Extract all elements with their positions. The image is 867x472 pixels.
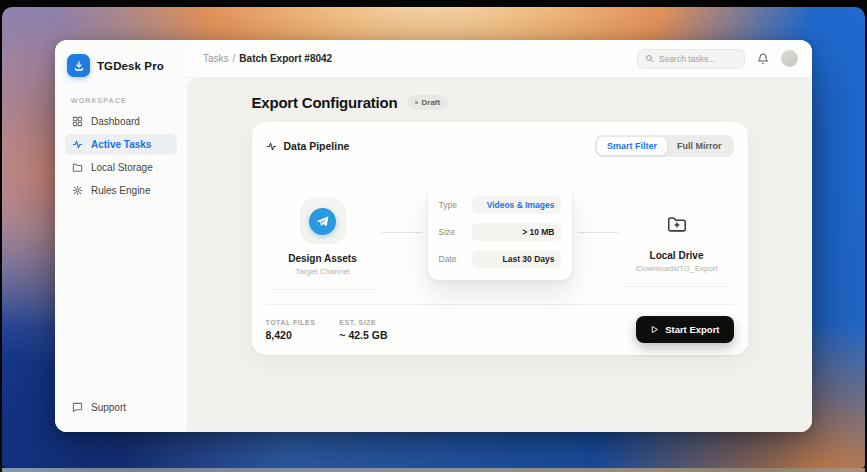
dashboard-icon bbox=[72, 116, 83, 127]
toggle-full-mirror[interactable]: Full Mirror bbox=[667, 137, 732, 155]
stat-value: 8,420 bbox=[266, 329, 316, 341]
source-node[interactable]: Design Assets Target Channel bbox=[270, 198, 376, 290]
filter-value[interactable]: > 10 MB bbox=[472, 223, 561, 241]
source-name: Design Assets bbox=[288, 253, 357, 264]
sidebar: TGDesk Pro WORKSPACE Dashboard Active Ta… bbox=[55, 40, 187, 432]
app-name: TGDesk Pro bbox=[97, 60, 164, 72]
sidebar-item-label: Rules Engine bbox=[91, 185, 150, 196]
content-column: Tasks / Batch Export #8042 bbox=[187, 40, 812, 432]
destination-name: Local Drive bbox=[650, 250, 704, 261]
sidebar-item-local-storage[interactable]: Local Storage bbox=[65, 157, 177, 178]
stat-est-size: EST. SIZE ~ 42.5 GB bbox=[339, 319, 387, 341]
filter-value[interactable]: Last 30 Days bbox=[472, 250, 561, 268]
filter-label: Type bbox=[439, 200, 472, 210]
folder-plus-icon bbox=[654, 201, 700, 247]
sidebar-item-rules-engine[interactable]: Rules Engine bbox=[65, 180, 177, 201]
sidebar-item-label: Active Tasks bbox=[91, 139, 151, 150]
breadcrumb-section[interactable]: Tasks bbox=[203, 53, 229, 64]
filter-row-size[interactable]: Size > 10 MB bbox=[439, 223, 561, 241]
divider bbox=[270, 289, 376, 290]
filter-value[interactable]: Videos & Images bbox=[472, 196, 561, 214]
main-panel: Export Configuration Draft bbox=[187, 78, 812, 432]
stat-value: ~ 42.5 GB bbox=[339, 329, 387, 341]
filter-card: Type Videos & Images Size > 10 MB Date L… bbox=[428, 184, 572, 280]
status-badge: Draft bbox=[407, 95, 449, 110]
play-icon bbox=[650, 325, 659, 334]
download-logo-icon bbox=[67, 54, 90, 77]
breadcrumb: Tasks / Batch Export #8042 bbox=[203, 53, 332, 64]
telegram-icon bbox=[309, 208, 336, 235]
sidebar-item-label: Local Storage bbox=[91, 162, 153, 173]
message-square-icon bbox=[72, 402, 83, 413]
search-input[interactable] bbox=[659, 54, 737, 64]
stat-total-files: TOTAL FILES 8,420 bbox=[266, 319, 316, 341]
desktop: TGDesk Pro WORKSPACE Dashboard Active Ta… bbox=[0, 0, 867, 472]
filter-label: Size bbox=[439, 227, 472, 237]
data-pipeline-card: Data Pipeline Smart Filter Full Mirror bbox=[252, 122, 748, 355]
topbar: Tasks / Batch Export #8042 bbox=[187, 40, 812, 78]
search-icon bbox=[645, 54, 654, 63]
sidebar-item-dashboard[interactable]: Dashboard bbox=[65, 111, 177, 132]
desktop-edge bbox=[2, 468, 865, 472]
breadcrumb-current: Batch Export #8042 bbox=[239, 53, 332, 64]
filter-label: Date bbox=[439, 254, 472, 264]
destination-node[interactable]: Local Drive /Downloads/TG_Export bbox=[624, 201, 730, 287]
topbar-actions bbox=[637, 49, 798, 69]
avatar[interactable] bbox=[781, 50, 798, 67]
search-box[interactable] bbox=[637, 49, 745, 69]
page-title: Export Configuration bbox=[252, 94, 398, 111]
activity-icon bbox=[72, 139, 83, 150]
status-dot-icon bbox=[415, 101, 418, 104]
filter-row-type[interactable]: Type Videos & Images bbox=[439, 196, 561, 214]
bell-icon[interactable] bbox=[757, 53, 769, 65]
breadcrumb-separator: / bbox=[233, 53, 236, 64]
card-footer: TOTAL FILES 8,420 EST. SIZE ~ 42.5 GB bbox=[266, 304, 734, 343]
sidebar-item-support[interactable]: Support bbox=[65, 397, 177, 418]
app-logo: TGDesk Pro bbox=[65, 52, 177, 91]
pulse-icon bbox=[266, 141, 277, 152]
status-badge-label: Draft bbox=[422, 98, 441, 107]
connector-line bbox=[578, 232, 618, 233]
destination-subtitle: /Downloads/TG_Export bbox=[635, 264, 718, 273]
filter-row-date[interactable]: Date Last 30 Days bbox=[439, 250, 561, 268]
stat-label: TOTAL FILES bbox=[266, 319, 316, 326]
sidebar-spacer bbox=[65, 203, 177, 397]
sidebar-item-label: Dashboard bbox=[91, 116, 140, 127]
card-title: Data Pipeline bbox=[284, 140, 350, 152]
workspace-section-label: WORKSPACE bbox=[65, 91, 177, 111]
app-window: TGDesk Pro WORKSPACE Dashboard Active Ta… bbox=[55, 40, 812, 432]
filter-mode-toggle: Smart Filter Full Mirror bbox=[595, 135, 734, 157]
divider bbox=[624, 286, 730, 287]
sidebar-item-active-tasks[interactable]: Active Tasks bbox=[65, 134, 177, 155]
stat-label: EST. SIZE bbox=[339, 319, 387, 326]
folder-icon bbox=[72, 162, 83, 173]
source-tile bbox=[300, 198, 346, 244]
source-subtitle: Target Channel bbox=[295, 267, 349, 276]
pipeline-flow: Design Assets Target Channel Type Videos… bbox=[270, 184, 730, 280]
start-export-button[interactable]: Start Export bbox=[636, 316, 733, 343]
start-export-label: Start Export bbox=[665, 324, 719, 335]
connector-line bbox=[382, 232, 422, 233]
toggle-smart-filter[interactable]: Smart Filter bbox=[597, 137, 667, 155]
sidebar-item-label: Support bbox=[91, 402, 126, 413]
gear-icon bbox=[72, 185, 83, 196]
